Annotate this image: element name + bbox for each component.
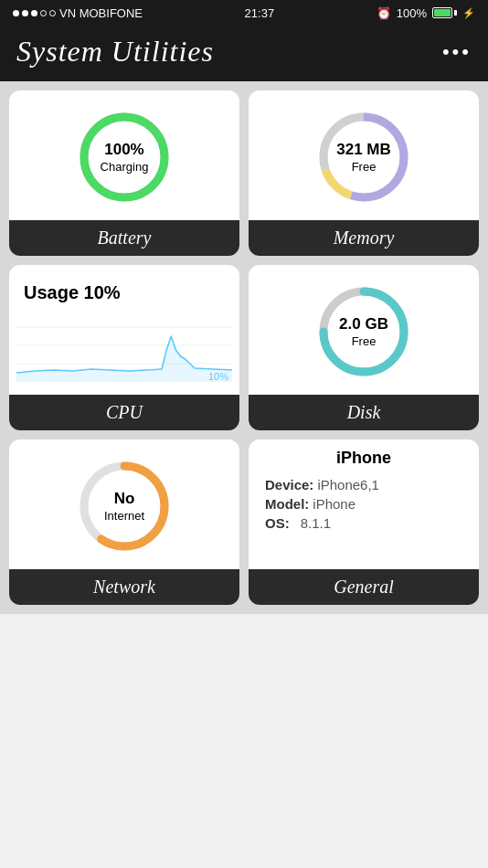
cpu-chart: 10% bbox=[16, 309, 232, 382]
network-text: No Internet bbox=[104, 489, 144, 524]
alarm-icon: ⏰ bbox=[377, 6, 391, 20]
cpu-percent-label: 10% bbox=[208, 371, 228, 382]
memory-card[interactable]: 321 MB Free Memory bbox=[249, 90, 479, 256]
battery-body bbox=[432, 7, 452, 18]
general-device-title: iPhone bbox=[265, 449, 462, 468]
disk-amount: 2.0 GB bbox=[339, 314, 388, 334]
dot3 bbox=[31, 10, 37, 16]
status-time: 21:37 bbox=[245, 6, 275, 20]
disk-card[interactable]: 2.0 GB Free Disk bbox=[249, 265, 479, 430]
general-val-model: iPhone bbox=[313, 496, 355, 512]
network-label: Network bbox=[9, 569, 239, 605]
battery-fill bbox=[434, 9, 451, 16]
battery-card-body: 100% Charging bbox=[9, 90, 239, 220]
network-line1: No bbox=[104, 489, 144, 509]
carrier-label: VN MOBIFONE bbox=[59, 6, 143, 20]
disk-card-body: 2.0 GB Free bbox=[249, 265, 479, 395]
network-ring: No Internet bbox=[74, 456, 175, 556]
general-val-device: iPhone6,1 bbox=[317, 477, 379, 492]
dot2 bbox=[22, 10, 28, 16]
network-line2: Internet bbox=[104, 509, 144, 524]
app-title: System Utilities bbox=[16, 35, 214, 69]
memory-status: Free bbox=[336, 160, 391, 175]
dot1 bbox=[13, 10, 19, 16]
main-grid: 100% Charging Battery bbox=[0, 81, 488, 614]
battery-tip bbox=[454, 10, 457, 16]
disk-text: 2.0 GB Free bbox=[339, 314, 388, 350]
status-bar: VN MOBIFONE 21:37 ⏰ 100% ⚡ bbox=[0, 0, 488, 26]
cpu-card-body: Usage 10% 10% bbox=[9, 265, 239, 395]
cpu-card[interactable]: Usage 10% 10% CPU bbox=[9, 265, 239, 430]
battery-ring: 100% Charging bbox=[74, 107, 175, 207]
battery-icon bbox=[432, 7, 457, 18]
network-card-body: No Internet bbox=[9, 439, 239, 569]
cpu-label: CPU bbox=[9, 395, 239, 430]
general-val-os: 8.1.1 bbox=[301, 515, 331, 531]
general-card[interactable]: iPhone Device: iPhone6,1 Model: iPhone O… bbox=[249, 439, 479, 605]
general-key-device: Device: bbox=[265, 477, 313, 492]
general-row-model: Model: iPhone bbox=[265, 496, 462, 512]
battery-text: 100% Charging bbox=[101, 140, 149, 175]
svg-marker-9 bbox=[16, 336, 232, 382]
battery-status: Charging bbox=[101, 160, 149, 175]
disk-ring: 2.0 GB Free bbox=[313, 281, 414, 382]
memory-ring: 321 MB Free bbox=[313, 107, 414, 207]
more-button[interactable]: ••• bbox=[442, 40, 472, 64]
cpu-usage-title: Usage 10% bbox=[16, 282, 121, 303]
general-row-device: Device: iPhone6,1 bbox=[265, 477, 462, 492]
charging-bolt: ⚡ bbox=[462, 7, 475, 19]
general-label: General bbox=[249, 569, 479, 605]
memory-label: Memory bbox=[249, 220, 479, 256]
memory-card-body: 321 MB Free bbox=[249, 90, 479, 220]
general-row-os: OS: 8.1.1 bbox=[265, 515, 462, 531]
battery-card[interactable]: 100% Charging Battery bbox=[9, 90, 239, 256]
disk-status: Free bbox=[339, 334, 388, 350]
battery-label: Battery bbox=[9, 220, 239, 256]
general-key-model: Model: bbox=[265, 496, 309, 512]
status-right: ⏰ 100% ⚡ bbox=[377, 6, 475, 20]
signal-dots bbox=[13, 10, 56, 16]
app-header: System Utilities ••• bbox=[0, 26, 488, 81]
memory-amount: 321 MB bbox=[336, 140, 391, 160]
network-card[interactable]: No Internet Network bbox=[9, 439, 239, 605]
battery-percent: 100% bbox=[397, 6, 427, 20]
cpu-chart-svg bbox=[16, 309, 232, 382]
general-key-os: OS: bbox=[265, 515, 290, 531]
battery-percent-val: 100% bbox=[101, 140, 149, 160]
dot4 bbox=[40, 10, 47, 16]
disk-label: Disk bbox=[249, 395, 479, 430]
general-body: iPhone Device: iPhone6,1 Model: iPhone O… bbox=[249, 439, 479, 569]
dot5 bbox=[49, 10, 56, 16]
memory-text: 321 MB Free bbox=[336, 140, 391, 175]
status-left: VN MOBIFONE bbox=[13, 6, 143, 20]
